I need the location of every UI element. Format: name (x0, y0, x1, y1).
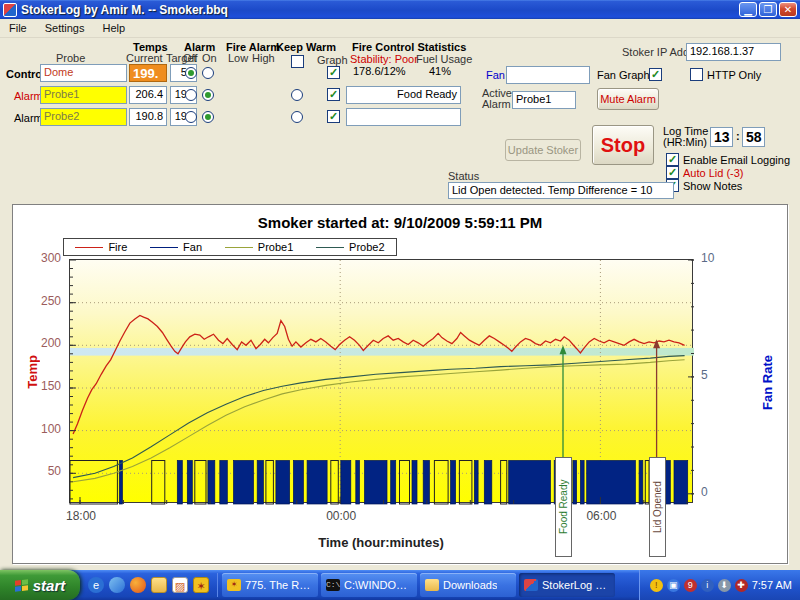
note-field[interactable]: Food Ready (346, 86, 461, 104)
keep-warm-radio[interactable] (291, 111, 303, 123)
folder-icon[interactable] (151, 577, 167, 593)
annotation-food-ready: Food Ready (555, 457, 572, 557)
status-label: Status (448, 170, 479, 182)
restore-button[interactable]: ❐ (759, 2, 777, 17)
http-only-label: HTTP Only (707, 69, 761, 81)
y-tick-label: 50 (27, 464, 61, 478)
active-alarm-label-line2: Alarm (482, 98, 511, 110)
network-icon[interactable]: ▣ (667, 579, 680, 592)
active-alarm-label: Active Alarm (482, 88, 508, 110)
document-icon[interactable]: ▨ (172, 577, 188, 593)
close-button[interactable]: ✕ (779, 2, 797, 17)
graph-checkbox[interactable] (327, 88, 340, 101)
stokerlog-quick-icon[interactable]: ✶ (193, 577, 209, 593)
start-button-label: start (33, 577, 66, 594)
folder-icon (425, 579, 439, 591)
stats-stability-label: Stability: Poor (350, 53, 418, 65)
info-icon[interactable]: i (701, 579, 714, 592)
plot-area: Food ReadyLid Opened (69, 259, 693, 503)
http-only-checkbox[interactable] (690, 68, 703, 81)
stoker-ip-field[interactable]: 192.168.1.37 (686, 43, 781, 61)
taskbar-item-downloads[interactable]: Downloads (420, 573, 516, 597)
current-temp-field: 199. (129, 64, 167, 82)
chart-panel: Smoker started at: 9/10/2009 5:59:11 PM … (12, 204, 788, 564)
log-time-minutes-field[interactable]: 58 (742, 127, 765, 147)
alarm-off-radio[interactable] (185, 111, 197, 123)
task-label: Downloads (443, 579, 497, 591)
header-graph: Graph (317, 54, 348, 66)
header-probe: Probe (56, 52, 85, 64)
update-icon[interactable]: ⬇ (718, 579, 731, 592)
fan-field[interactable] (506, 66, 590, 84)
log-time-separator: : (736, 130, 740, 142)
graph-checkbox[interactable] (327, 66, 340, 79)
x-tick-label: 00:00 (321, 509, 361, 523)
y2-tick-label: 10 (701, 251, 714, 265)
keep-warm-radio[interactable] (291, 89, 303, 101)
stats-stability-value: 178.6/12% (353, 65, 406, 77)
task-label: StokerLog by Ami... (542, 579, 610, 591)
x-tick-label: 18:00 (61, 509, 101, 523)
stop-button[interactable]: Stop (592, 125, 654, 165)
keep-warm-header-checkbox[interactable] (291, 55, 304, 68)
stats-title: Fire Control Statistics (352, 41, 466, 53)
enable-email-logging-checkbox[interactable] (666, 153, 679, 166)
chart-canvas (70, 260, 694, 504)
windows-flag-icon (15, 579, 28, 591)
app-window: StokerLog by Amir M. -- Smoker.bbq ▁ ❐ ✕… (0, 0, 800, 600)
browser-globe-icon[interactable] (109, 577, 125, 593)
y-tick-label: 300 (27, 251, 61, 265)
internet-explorer-icon[interactable]: e (88, 577, 104, 593)
minimize-button[interactable]: ▁ (739, 2, 757, 17)
alarm-on-radio[interactable] (202, 67, 214, 79)
security-shield-icon[interactable]: ! (650, 579, 663, 592)
graph-checkbox[interactable] (327, 110, 340, 123)
app-icon (3, 3, 17, 17)
header-keep-warm: Keep Warm (276, 41, 336, 53)
menu-help[interactable]: Help (93, 20, 134, 36)
alarm-off-radio[interactable] (185, 89, 197, 101)
current-temp-field: 190.8 (129, 108, 167, 126)
y2-tick-label: 5 (701, 368, 708, 382)
probe-name-field[interactable]: Probe1 (40, 86, 127, 104)
probe-name-field[interactable]: Dome (40, 64, 127, 82)
y-tick-label: 100 (27, 422, 61, 436)
log-time-label-line2: (HR:Min) (663, 136, 707, 148)
console-icon: C:\ (326, 579, 340, 591)
y2-tick-label: 0 (701, 485, 708, 499)
alarm-on-radio[interactable] (202, 111, 214, 123)
auto-lid-checkbox[interactable] (666, 166, 679, 179)
active-alarm-field[interactable]: Probe1 (512, 91, 576, 109)
start-button[interactable]: start (0, 570, 80, 600)
taskbar-item-stokerlog[interactable]: StokerLog by Ami... (519, 573, 615, 597)
menu-file[interactable]: File (0, 20, 36, 36)
y-tick-label: 150 (27, 379, 61, 393)
menu-settings[interactable]: Settings (36, 20, 94, 36)
clock[interactable]: 7:57 AM (752, 579, 792, 591)
taskbar-item-console[interactable]: C:\ C:\WINDOWS\sy... (321, 573, 417, 597)
note-field[interactable] (346, 108, 461, 126)
alarm-off-radio[interactable] (185, 67, 197, 79)
current-temp-field: 206.4 (129, 86, 167, 104)
messenger-icon[interactable]: 9 (684, 579, 697, 592)
task-buttons: ✶ 775. The Rolling ... C:\ C:\WINDOWS\sy… (218, 573, 639, 597)
mute-alarm-button[interactable]: Mute Alarm (597, 88, 659, 110)
alarm-on-radio[interactable] (202, 89, 214, 101)
task-label: 775. The Rolling ... (245, 579, 313, 591)
row-label-alarm-2: Alarm (14, 112, 43, 124)
fan-graph-checkbox[interactable] (649, 68, 662, 81)
log-time-hours-field[interactable]: 13 (710, 127, 733, 147)
taskbar: start e ▨ ✶ ✶ 775. The Rolling ... C:\ C… (0, 570, 800, 600)
header-current: Current (126, 52, 163, 64)
taskbar-item-775-rolling[interactable]: ✶ 775. The Rolling ... (222, 573, 318, 597)
enable-email-logging-label: Enable Email Logging (683, 154, 790, 166)
task-icon: ✶ (227, 579, 241, 591)
firefox-icon[interactable] (130, 577, 146, 593)
stats-fuel-label: Fuel Usage (416, 53, 472, 65)
plot-area-wrap: Food ReadyLid Opened Temp Fan Rate Time … (13, 205, 789, 565)
quick-launch-bar: e ▨ ✶ (80, 573, 218, 597)
menu-bar: File Settings Help (0, 19, 800, 38)
probe-name-field[interactable]: Probe2 (40, 108, 127, 126)
fan-label: Fan (486, 69, 505, 81)
antivirus-icon[interactable]: ✚ (735, 579, 748, 592)
